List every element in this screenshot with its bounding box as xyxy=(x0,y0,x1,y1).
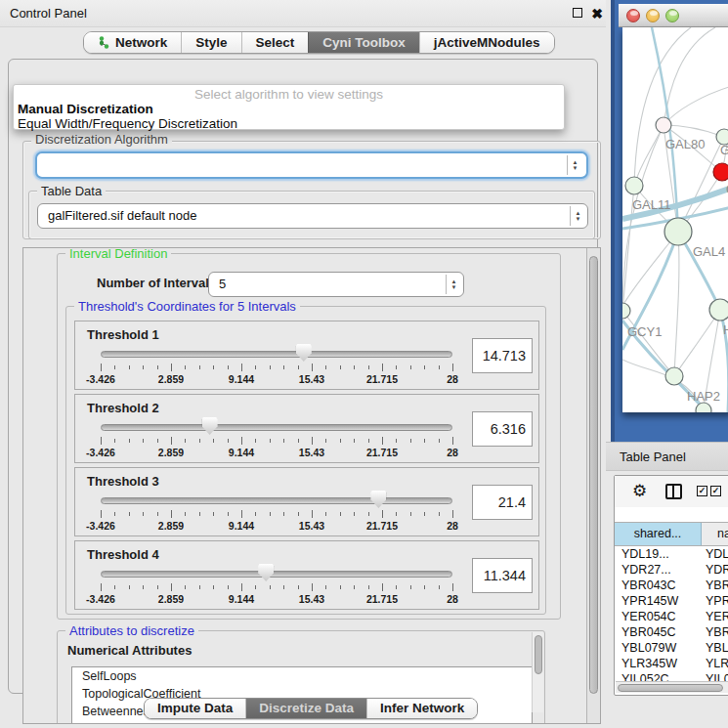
node-red[interactable] xyxy=(713,163,728,181)
tab-network[interactable]: Network xyxy=(84,32,181,53)
network-edge[interactable] xyxy=(634,27,691,186)
node-h[interactable] xyxy=(709,299,728,321)
settings-scroll-panel: Interval Definition Number of Intervals … xyxy=(22,247,601,724)
table-row[interactable]: YLR345WYLR3 xyxy=(615,656,728,671)
combo-arrows-icon: ▲▼ xyxy=(567,155,582,175)
combo-arrows-icon: ▲▼ xyxy=(570,206,585,226)
slider-ticks xyxy=(101,510,452,519)
numerical-attributes-label: Numerical Attributes xyxy=(67,643,192,658)
threshold-slider-track[interactable] xyxy=(101,571,452,578)
algorithm-option-equal-width[interactable]: Equal Width/Frequency Discretization xyxy=(18,116,237,131)
network-window-titlebar[interactable] xyxy=(619,4,728,27)
network-edge[interactable] xyxy=(674,310,720,376)
threshold-panel-4: Threshold 4-3.4262.8599.14415.4321.71528… xyxy=(74,540,539,610)
tab-select[interactable]: Select xyxy=(241,32,309,53)
node-gal4[interactable] xyxy=(664,218,692,245)
slider-ticks xyxy=(101,583,452,592)
threshold-label: Threshold 2 xyxy=(87,401,159,415)
node-bottom[interactable] xyxy=(696,403,711,412)
gear-icon[interactable]: ⚙ xyxy=(632,482,647,501)
tab-label: Select xyxy=(256,35,295,50)
control-panel-titlebar: Control Panel ✖ xyxy=(0,0,606,27)
table-row[interactable]: YDL19...YDL1 xyxy=(615,546,728,562)
table-data-combobox[interactable]: galFiltered.sif default node ▲▼ xyxy=(37,203,588,229)
attributes-group-title: Attributes to discretize xyxy=(65,623,198,638)
column-header-shared-name[interactable]: shared... xyxy=(615,523,702,545)
network-edge[interactable] xyxy=(674,232,679,376)
settings-vertical-scrollbar[interactable] xyxy=(586,248,600,723)
table-panel-titlebar: Table Panel xyxy=(606,442,728,471)
minimize-traffic-light[interactable] xyxy=(646,9,660,22)
tab-label: Cyni Toolbox xyxy=(322,35,406,50)
checkbox-icon[interactable]: ✓ xyxy=(697,486,707,496)
node-gcy1[interactable] xyxy=(622,303,630,319)
threshold-slider-handle[interactable] xyxy=(258,564,274,581)
cell-shared-name: YBR045C xyxy=(615,624,702,640)
float-panel-icon[interactable] xyxy=(571,7,584,21)
node-label: GAL4 xyxy=(693,244,725,259)
slider-scale-labels: -3.4262.8599.14415.4321.71528 xyxy=(101,593,452,606)
network-graph: GAL80GCGAL11GAL4GCY1HHAP2 xyxy=(622,27,728,412)
node-label: GAL80 xyxy=(665,137,705,151)
control-panel: Control Panel ✖ NetworkStyleSelectCyni T… xyxy=(0,0,606,728)
table-row[interactable]: YBR045CYBR0 xyxy=(615,624,728,640)
columns-icon[interactable] xyxy=(665,484,682,499)
threshold-slider-handle[interactable] xyxy=(296,344,312,362)
tab-jactivemnodules[interactable]: jActiveMNodules xyxy=(419,32,554,53)
algorithm-prompt-item[interactable]: Select algorithm to view settings xyxy=(14,87,564,102)
table-header-row: shared... na xyxy=(615,522,728,546)
thresholds-group: Threshold's Coordinates for 5 Intervals … xyxy=(65,306,546,615)
table-data-title: Table Data xyxy=(37,184,106,198)
tab-discretize-data[interactable]: Discretize Data xyxy=(245,699,366,718)
network-edge[interactable] xyxy=(664,27,715,125)
threshold-slider-track[interactable] xyxy=(101,424,452,431)
algorithm-combobox[interactable]: ▲▼ xyxy=(35,151,588,179)
table-row[interactable]: YPR145WYPR1 xyxy=(615,593,728,609)
network-edge[interactable] xyxy=(664,86,728,125)
node-hap2[interactable] xyxy=(665,367,683,385)
cell-shared-name: YBL079W xyxy=(615,640,702,656)
cell-shared-name: YPR145W xyxy=(615,593,702,609)
tab-label: Style xyxy=(195,35,227,50)
tab-style[interactable]: Style xyxy=(181,32,240,53)
algorithm-option-manual[interactable]: Manual Discretization xyxy=(18,102,153,116)
threshold-value-field[interactable]: 21.4 xyxy=(472,485,533,520)
table-row[interactable]: YER054CYER0 xyxy=(615,609,728,624)
attributes-list-scrollbar[interactable] xyxy=(532,632,543,712)
threshold-slider-track[interactable] xyxy=(101,497,452,504)
threshold-value-field[interactable]: 14.713 xyxy=(472,338,533,373)
threshold-panel-3: Threshold 3-3.4262.8599.14415.4321.71528… xyxy=(74,467,539,536)
interval-definition-title: Interval Definition xyxy=(65,247,171,261)
table-row[interactable]: YBR043CYBR0 xyxy=(615,578,728,593)
slider-ticks xyxy=(101,437,452,446)
network-canvas[interactable]: GAL80GCGAL11GAL4GCY1HHAP2 xyxy=(622,27,728,412)
cell-shared-name: YBR043C xyxy=(615,578,702,593)
node-gal11[interactable] xyxy=(625,177,643,194)
tab-cyni-toolbox[interactable]: Cyni Toolbox xyxy=(308,32,419,53)
number-of-intervals-combobox[interactable]: 5 ▲▼ xyxy=(208,272,464,297)
attribute-item[interactable]: SelfLoops xyxy=(72,667,532,685)
node-gal80[interactable] xyxy=(656,117,671,133)
table-horizontal-scrollbar[interactable] xyxy=(616,681,728,693)
tab-impute-data[interactable]: Impute Data xyxy=(145,699,245,718)
threshold-value-field[interactable]: 6.316 xyxy=(472,411,533,447)
table-row[interactable]: YDR27...YDR2 xyxy=(615,562,728,578)
checkbox-icon[interactable]: ✓ xyxy=(710,486,721,496)
cell-name: YBR0 xyxy=(702,624,728,640)
node-label: HAP2 xyxy=(687,389,720,404)
threshold-value-field[interactable]: 11.344 xyxy=(472,558,533,593)
column-header-name[interactable]: na xyxy=(702,523,728,545)
discretization-algorithm-title: Discretization Algorithm xyxy=(31,132,172,147)
network-edge[interactable] xyxy=(622,311,674,376)
tab-infer-network[interactable]: Infer Network xyxy=(366,699,477,718)
close-traffic-light[interactable] xyxy=(626,9,640,22)
table-row[interactable]: YBL079WYBL0 xyxy=(615,640,728,656)
threshold-slider-handle[interactable] xyxy=(202,417,218,435)
threshold-slider-track[interactable] xyxy=(101,351,452,358)
close-panel-icon[interactable]: ✖ xyxy=(590,7,604,21)
threshold-slider-handle[interactable] xyxy=(370,491,386,508)
slider-scale-labels: -3.4262.8599.14415.4321.71528 xyxy=(101,520,452,533)
zoom-traffic-light[interactable] xyxy=(665,9,679,22)
table-data-selected: galFiltered.sif default node xyxy=(48,204,196,228)
threshold-label: Threshold 4 xyxy=(87,547,159,562)
